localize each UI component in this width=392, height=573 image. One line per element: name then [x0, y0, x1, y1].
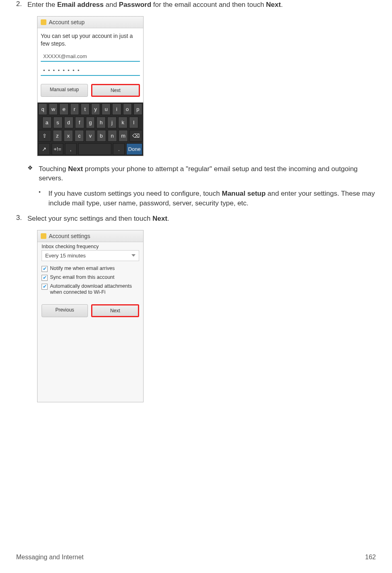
phone-screenshot-1: Account setup You can set up your accoun…: [37, 16, 376, 156]
frequency-dropdown[interactable]: Every 15 minutes: [42, 250, 139, 261]
key[interactable]: j: [107, 117, 117, 128]
header-title: Account setup: [49, 19, 85, 25]
key[interactable]: n: [108, 130, 117, 142]
frequency-label: Inbox checking frequency: [38, 242, 143, 249]
bullet-text: Touching Next prompts your phone to atte…: [39, 164, 376, 184]
bullet-mark: ❖: [27, 164, 39, 184]
swype-key[interactable]: ↗: [38, 143, 50, 155]
t: Password: [119, 1, 151, 8]
key[interactable]: f: [75, 117, 84, 128]
button-row: Manual setup Next: [41, 84, 140, 97]
next-button[interactable]: Next: [91, 84, 140, 97]
step-number: 3.: [16, 214, 27, 224]
phone-frame: Account setup You can set up your accoun…: [37, 16, 144, 156]
key[interactable]: p: [133, 103, 142, 115]
key[interactable]: m: [119, 130, 128, 142]
step-number: 2.: [16, 0, 27, 10]
phone-screenshot-2: Account settings Inbox checking frequenc…: [37, 230, 376, 402]
t: Manual setup: [222, 190, 266, 197]
button-row: Previous Next: [38, 297, 143, 321]
t: and: [104, 1, 119, 8]
t: prompts your phone to attempt a "regular…: [39, 165, 358, 182]
checkbox-auto-download[interactable]: Automatically download attachments when …: [38, 282, 143, 297]
setup-message: You can set up your account in just a fe…: [41, 32, 140, 48]
key[interactable]: c: [75, 130, 84, 142]
key[interactable]: e: [59, 103, 68, 115]
bullet-mark: ▪: [39, 189, 48, 208]
t: Next: [266, 1, 281, 8]
phone-header: Account settings: [38, 230, 143, 242]
bullet-text: If you have custom settings you need to …: [48, 189, 376, 208]
key[interactable]: o: [123, 103, 132, 115]
step-text: Enter the Email address and Password for…: [27, 0, 376, 10]
empty-area: [38, 321, 143, 402]
key[interactable]: s: [53, 117, 63, 128]
t: If you have custom settings you need to …: [48, 190, 222, 197]
app-icon: [41, 19, 46, 25]
sub-sub-bullet-1: ▪ If you have custom settings you need t…: [39, 189, 376, 208]
checkbox-label: Sync email from this account: [50, 274, 115, 281]
checkbox-label: Notify me when email arrives: [50, 266, 115, 272]
checkbox-icon: [42, 266, 48, 272]
key[interactable]: z: [53, 130, 62, 142]
email-field[interactable]: [41, 52, 140, 62]
t: Touching: [39, 165, 68, 173]
t: .: [167, 215, 169, 222]
key[interactable]: w: [49, 103, 58, 115]
checkbox-sync[interactable]: Sync email from this account: [38, 273, 143, 282]
key[interactable]: h: [96, 117, 106, 128]
key[interactable]: k: [118, 117, 127, 128]
key[interactable]: x: [64, 130, 73, 142]
t: for the email account and then touch: [151, 1, 266, 8]
comma-key[interactable]: ,: [65, 143, 77, 155]
phone-frame: Account settings Inbox checking frequenc…: [37, 230, 144, 402]
step-2: 2. Enter the Email address and Password …: [16, 0, 376, 10]
t: Email address: [57, 1, 104, 8]
checkbox-notify[interactable]: Notify me when email arrives: [38, 264, 143, 273]
sym-key[interactable]: +!=: [52, 143, 63, 155]
key[interactable]: q: [38, 103, 47, 115]
previous-button[interactable]: Previous: [42, 304, 88, 317]
key[interactable]: u: [102, 103, 111, 115]
key[interactable]: a: [42, 117, 52, 128]
footer-page-number: 162: [365, 554, 376, 561]
footer-section: Messaging and Internet: [16, 554, 83, 561]
t: Next: [152, 215, 167, 222]
key[interactable]: t: [81, 103, 90, 115]
phone-body: You can set up your account in just a fe…: [38, 28, 143, 97]
checkbox-label: Automatically download attachments when …: [50, 283, 139, 296]
t: Select your sync settings and then touch: [27, 215, 152, 222]
dropdown-value: Every 15 minutes: [45, 253, 85, 259]
t: Enter the: [27, 1, 57, 8]
checkbox-icon: [42, 275, 48, 281]
chevron-down-icon: [131, 254, 136, 257]
backspace-key[interactable]: ⌫: [129, 130, 142, 142]
step-text: Select your sync settings and then touch…: [27, 214, 376, 224]
key[interactable]: g: [86, 117, 95, 128]
space-key[interactable]: [78, 143, 112, 155]
t: Next: [68, 165, 83, 173]
next-button[interactable]: Next: [91, 304, 139, 317]
key[interactable]: l: [129, 117, 138, 128]
done-key[interactable]: Done: [126, 143, 142, 155]
checkbox-icon: [42, 284, 48, 290]
key[interactable]: b: [97, 130, 106, 142]
phone-header: Account setup: [38, 17, 143, 28]
keyboard: q w e r t y u i o p a s d f g h j k l: [38, 102, 143, 156]
password-field[interactable]: [41, 66, 140, 76]
header-title: Account settings: [49, 233, 90, 239]
period-key[interactable]: .: [113, 143, 125, 155]
t: .: [281, 1, 283, 8]
key[interactable]: y: [91, 103, 100, 115]
manual-setup-button[interactable]: Manual setup: [41, 84, 88, 97]
step-3: 3. Select your sync settings and then to…: [16, 214, 376, 224]
key[interactable]: d: [64, 117, 73, 128]
shift-key[interactable]: ⇧: [38, 130, 51, 142]
app-icon: [41, 233, 46, 239]
key[interactable]: v: [85, 130, 95, 142]
page-footer: Messaging and Internet 162: [16, 554, 376, 561]
key[interactable]: r: [70, 103, 79, 115]
key[interactable]: i: [112, 103, 121, 115]
sub-bullet-1: ❖ Touching Next prompts your phone to at…: [27, 164, 376, 184]
